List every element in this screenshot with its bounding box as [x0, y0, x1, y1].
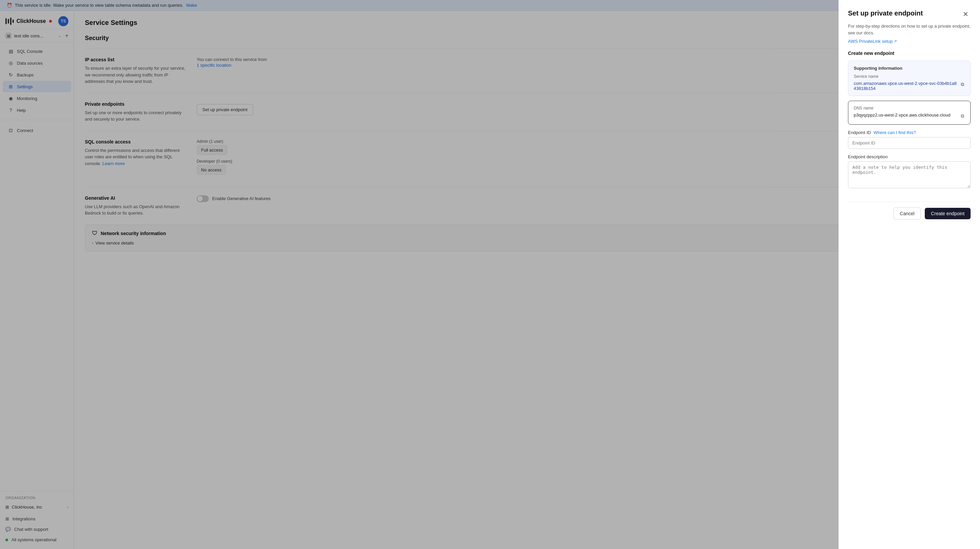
side-panel: Set up private endpoint ✕ For step-by-st… — [838, 0, 980, 549]
endpoint-id-group: Endpoint ID Where can I find this? — [848, 130, 970, 149]
supporting-info-title: Supporting information — [854, 66, 965, 71]
endpoint-id-input[interactable] — [848, 137, 970, 149]
panel-desc: For step-by-step directions on how to se… — [848, 23, 970, 36]
create-endpoint-button[interactable]: Create endpoint — [925, 208, 970, 219]
dns-name-card: DNS name p3qyqzppz2.us-west-2.vpce.aws.c… — [848, 101, 970, 125]
endpoint-desc-textarea[interactable] — [848, 161, 970, 188]
supporting-info-card: Supporting information Service name com.… — [848, 60, 970, 96]
endpoint-desc-label: Endpoint description — [848, 154, 970, 159]
dns-name-label: DNS name — [854, 106, 965, 110]
panel-footer: Cancel Create endpoint — [848, 202, 970, 220]
endpoint-id-label: Endpoint ID — [848, 130, 871, 135]
panel-header: Set up private endpoint ✕ — [848, 10, 970, 19]
panel-title: Set up private endpoint — [848, 10, 923, 17]
where-find-this-link[interactable]: Where can I find this? — [873, 130, 916, 135]
aws-privatelink-link[interactable]: AWS PrivateLink setup ↗ — [848, 39, 970, 44]
aws-link-label: AWS PrivateLink setup — [848, 39, 892, 44]
service-name-value: com.amazonaws.vpce.us-west-2.vpce-svc-03… — [854, 81, 958, 91]
overlay: Set up private endpoint ✕ For step-by-st… — [0, 0, 980, 549]
endpoint-desc-group: Endpoint description — [848, 154, 970, 189]
copy-dns-name-button[interactable]: ⧉ — [960, 113, 965, 119]
service-name-label: Service name — [854, 74, 965, 79]
dns-name-row: p3qyqzppz2.us-west-2.vpce.aws.clickhouse… — [854, 113, 965, 119]
copy-service-name-button[interactable]: ⧉ — [960, 81, 965, 88]
cancel-button[interactable]: Cancel — [893, 207, 921, 220]
create-section-title: Create new endpoint — [848, 51, 970, 56]
external-link-icon: ↗ — [894, 39, 897, 43]
endpoint-id-label-row: Endpoint ID Where can I find this? — [848, 130, 970, 135]
dns-name-value: p3qyqzppz2.us-west-2.vpce.aws.clickhouse… — [854, 113, 950, 118]
close-panel-button[interactable]: ✕ — [961, 10, 970, 19]
service-name-row: com.amazonaws.vpce.us-west-2.vpce-svc-03… — [854, 81, 965, 91]
